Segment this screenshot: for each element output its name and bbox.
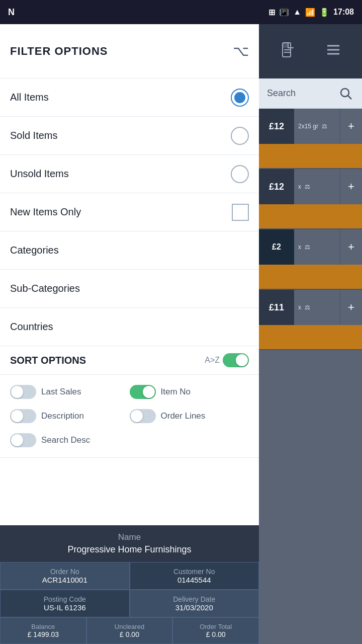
search-label: Search	[267, 88, 334, 99]
posting-code-value: US-IL 61236	[8, 603, 122, 612]
weight-icon-2: ⚖	[305, 183, 310, 190]
svg-rect-1	[283, 43, 288, 48]
az-toggle-thumb	[236, 354, 248, 366]
customer-name-block: Name Progressive Home Furnishings	[0, 525, 259, 562]
all-items-radio-inner	[234, 92, 245, 103]
document-icon[interactable]	[280, 42, 296, 61]
customer-no-value: 01445544	[137, 576, 252, 584]
filter-header: FILTER OPTIONS ⌥	[0, 24, 259, 78]
categories-section[interactable]: Categories	[0, 231, 259, 270]
svg-line-8	[348, 96, 351, 99]
search-bar[interactable]: Search	[259, 78, 362, 109]
product-item-2: £12 x ⚖ +	[259, 169, 362, 229]
svg-point-7	[341, 89, 349, 97]
main-layout: FILTER OPTIONS ⌥ All Items Sold Items Un…	[0, 24, 362, 644]
sub-categories-section[interactable]: Sub-Categories	[0, 270, 259, 308]
all-items-radio[interactable]	[231, 89, 249, 107]
add-button-2[interactable]: +	[340, 169, 362, 204]
weight-icon-1: ⚖	[322, 123, 327, 130]
all-items-label: All Items	[10, 92, 49, 103]
sort-row-3: Search Desc	[10, 428, 249, 452]
sort-row-2: Description Order Lines	[10, 404, 249, 428]
order-total-value: £ 0.00	[177, 630, 254, 638]
order-total-label: Order Total	[177, 623, 254, 630]
sort-item-description[interactable]: Description	[10, 409, 130, 423]
delivery-date-cell: Delivery Date 31/03/2020	[130, 590, 259, 617]
price-badge-4: £11	[259, 290, 294, 325]
sort-item-item-no[interactable]: Item No	[130, 385, 249, 399]
new-items-checkbox[interactable]	[232, 204, 249, 221]
sort-item-order-lines[interactable]: Order Lines	[130, 409, 249, 423]
product-info-1: 2x15 gr ⚖	[294, 109, 340, 144]
balance-grid: Balance £ 1499.03 Uncleared £ 0.00 Order…	[0, 617, 259, 644]
delivery-date-value: 31/03/2020	[137, 603, 252, 612]
customer-info-grid: Order No ACR1410001 Customer No 01445544…	[0, 562, 259, 617]
balance-cell: Balance £ 1499.03	[0, 617, 86, 644]
price-badge-2: £12	[259, 169, 294, 204]
menu-icon[interactable]	[325, 42, 341, 61]
filter-option-all-items[interactable]: All Items	[0, 78, 259, 117]
right-panel: Search £12 2x15 gr ⚖	[259, 24, 362, 644]
filter-icon[interactable]: ⌥	[233, 43, 249, 59]
filter-option-new-items[interactable]: New Items Only	[0, 193, 259, 231]
add-button-4[interactable]: +	[340, 290, 362, 325]
product-item-1: £12 2x15 gr ⚖ +	[259, 109, 362, 169]
product-info-3: x ⚖	[294, 229, 340, 265]
last-sales-toggle-thumb	[11, 386, 23, 398]
time-display: 17:08	[333, 8, 354, 17]
product-top-1: £12 2x15 gr ⚖ +	[259, 109, 362, 144]
product-top-3: £2 x ⚖ +	[259, 229, 362, 265]
uncleared-cell: Uncleared £ 0.00	[86, 617, 173, 644]
app-bar	[259, 24, 362, 78]
product-top-2: £12 x ⚖ +	[259, 169, 362, 204]
filter-option-sold-items[interactable]: Sold Items	[0, 117, 259, 155]
categories-label: Categories	[10, 245, 59, 256]
battery-icon: 🔋	[319, 8, 329, 17]
az-toggle-wrap[interactable]: A>Z	[205, 353, 249, 367]
sold-items-label: Sold Items	[10, 130, 57, 141]
uncleared-label: Uncleared	[91, 623, 168, 630]
product-item-4: £11 x ⚖ +	[259, 290, 362, 350]
item-no-toggle[interactable]	[130, 385, 156, 399]
app-logo: N	[8, 7, 15, 18]
order-lines-toggle[interactable]	[130, 409, 156, 423]
new-items-label: New Items Only	[10, 206, 81, 218]
uncleared-value: £ 0.00	[91, 630, 168, 638]
status-bar: N ⊞ 📳 ▲ 📶 🔋 17:08	[0, 0, 362, 24]
countries-section[interactable]: Countries	[0, 308, 259, 346]
search-desc-label: Search Desc	[41, 435, 90, 445]
az-label: A>Z	[205, 356, 220, 365]
product-item-3: £2 x ⚖ +	[259, 229, 362, 290]
sort-item-search-desc[interactable]: Search Desc	[10, 433, 249, 447]
sold-items-radio[interactable]	[231, 127, 249, 145]
last-sales-toggle[interactable]	[10, 385, 36, 399]
product-bottom-4	[259, 325, 362, 349]
weight-info-3: x ⚖	[298, 244, 336, 251]
sort-item-last-sales[interactable]: Last Sales	[10, 385, 130, 399]
countries-label: Countries	[10, 321, 53, 333]
item-no-label: Item No	[161, 387, 191, 397]
weight-info-2: x ⚖	[298, 183, 336, 190]
signal-icon: 📶	[305, 8, 315, 17]
filter-title: FILTER OPTIONS	[10, 45, 108, 58]
posting-code-cell: Posting Code US-IL 61236	[0, 590, 130, 617]
product-bottom-3	[259, 265, 362, 289]
az-toggle[interactable]	[223, 353, 249, 367]
unsold-items-label: Unsold Items	[10, 168, 69, 180]
description-toggle[interactable]	[10, 409, 36, 423]
sub-categories-label: Sub-Categories	[10, 283, 80, 294]
order-lines-label: Order Lines	[161, 411, 206, 421]
product-bottom-1	[259, 144, 362, 168]
order-no-value: ACR1410001	[8, 576, 122, 584]
add-button-1[interactable]: +	[340, 109, 362, 144]
posting-code-label: Posting Code	[8, 595, 122, 603]
unsold-items-radio[interactable]	[231, 165, 249, 183]
filter-option-unsold-items[interactable]: Unsold Items	[0, 155, 259, 193]
search-icon[interactable]	[338, 86, 354, 102]
search-desc-toggle[interactable]	[10, 433, 36, 447]
add-button-3[interactable]: +	[340, 229, 362, 265]
order-total-cell: Order Total £ 0.00	[172, 617, 259, 644]
product-info-2: x ⚖	[294, 169, 340, 204]
description-label: Description	[41, 411, 84, 421]
weight-info-4: x ⚖	[298, 304, 336, 311]
